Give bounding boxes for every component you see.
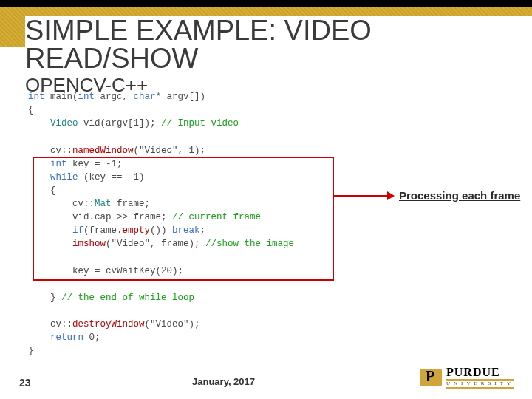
callout-arrow-icon — [387, 191, 395, 200]
footer-date: January, 2017 — [192, 376, 255, 387]
title-block: SIMPLE EXAMPLE: VIDEO READ/SHOW OPENCV-C… — [25, 16, 532, 97]
brand-sub: UNIVERSITY — [446, 379, 514, 389]
callout-label: Processing each frame — [399, 189, 520, 202]
page-number: 23 — [19, 377, 31, 389]
purdue-p-icon — [420, 369, 442, 386]
brand-name: PURDUE — [446, 366, 514, 378]
top-black-bar — [0, 0, 532, 7]
purdue-logo: PURDUE UNIVERSITY — [420, 366, 514, 389]
code-kw: int — [28, 92, 45, 102]
slide-title: SIMPLE EXAMPLE: VIDEO READ/SHOW — [25, 16, 529, 72]
callout-connector — [334, 195, 392, 197]
code-block: int main(int argc, char* argv[]) { Video… — [28, 90, 353, 358]
footer: 23 January, 2017 PURDUE UNIVERSITY — [0, 368, 532, 389]
